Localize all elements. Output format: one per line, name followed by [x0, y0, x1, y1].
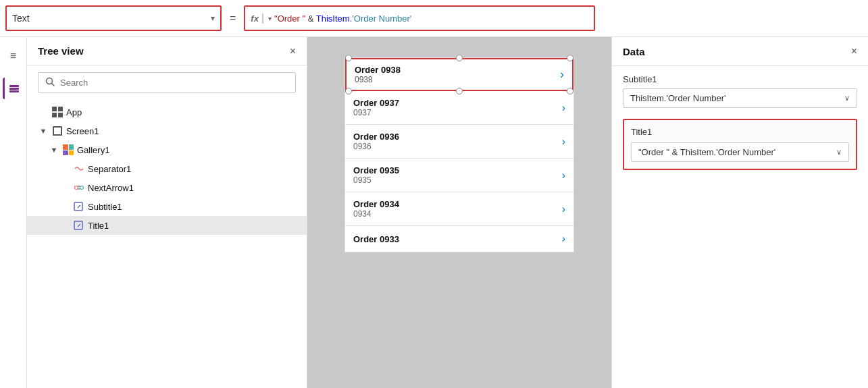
data-section: Subtitle1 ThisItem.'Order Number' ∨ Titl… [612, 66, 868, 178]
svg-rect-1 [9, 88, 19, 90]
selected-item-subtitle: 0938 [355, 75, 560, 84]
svg-rect-2 [9, 90, 19, 92]
gallery-item-0937[interactable]: Order 0937 0937 › [345, 91, 573, 125]
handle-tl [345, 55, 352, 61]
canvas-area: Order 0938 0938 › Order 0937 0937 › Orde… [307, 37, 611, 388]
fx-bar-separator: | [261, 12, 264, 24]
gallery-item-0933[interactable]: Order 0933 › [345, 226, 573, 252]
item-0934-text: Order 0934 0934 [353, 199, 399, 219]
fx-icon: fx [251, 13, 259, 24]
item-0933-chevron-icon: › [560, 233, 567, 246]
nextarrow-icon [73, 182, 85, 194]
gallery-item-0936[interactable]: Order 0936 0936 › [345, 125, 573, 159]
tree-item-nextarrow1[interactable]: NextArrow1 [27, 178, 307, 197]
text-dropdown-label: Text [12, 13, 30, 24]
search-box[interactable] [38, 72, 296, 93]
item-0935-chevron-icon: › [562, 169, 565, 182]
item-0936-text: Order 0936 0936 [353, 132, 399, 151]
tree-item-screen1[interactable]: ▼ Screen1 [27, 121, 307, 140]
item-0935-text: Order 0935 0935 [353, 165, 399, 185]
tree-item-gallery1[interactable]: ▼ Gallery1 [27, 140, 307, 159]
title1-field-highlighted: Title1 "Order " & ThisItem.'Order Number… [623, 119, 857, 170]
search-icon [45, 77, 55, 88]
subtitle1-dropdown[interactable]: ThisItem.'Order Number' ∨ [623, 88, 857, 108]
tree-item-subtitle1[interactable]: Subtitle1 [27, 197, 307, 216]
left-icon-strip: ≡ [0, 37, 27, 388]
text-property-dropdown[interactable]: Text ▾ [5, 5, 222, 31]
tree-label-gallery1: Gallery1 [77, 145, 109, 155]
item-0935-subtitle: 0935 [353, 175, 399, 185]
tree-item-title1[interactable]: Title1 [27, 216, 307, 235]
item-0937-title: Order 0937 [353, 98, 399, 108]
svg-rect-0 [9, 85, 19, 87]
tree-label-nextarrow1: NextArrow1 [88, 183, 134, 193]
tree-label-title1: Title1 [88, 221, 109, 231]
selected-item-chevron-icon: › [560, 67, 564, 82]
data-panel: Data × Subtitle1 ThisItem.'Order Number'… [611, 37, 868, 388]
item-0934-subtitle: 0934 [353, 209, 399, 219]
item-0934-title: Order 0934 [353, 199, 399, 209]
subtitle1-field-label: Subtitle1 [623, 74, 857, 84]
item-0937-subtitle: 0937 [353, 108, 399, 117]
title1-dropdown[interactable]: "Order " & ThisItem.'Order Number' ∨ [631, 142, 849, 162]
svg-line-4 [52, 84, 55, 86]
tree-list: App ▼ Screen1 ▼ Gallery1 [27, 100, 307, 388]
main-area: ≡ Tree view × [0, 37, 868, 388]
item-0935-title: Order 0935 [353, 165, 399, 175]
equals-sign: = [227, 12, 238, 24]
layers-icon[interactable] [3, 78, 24, 99]
item-0936-chevron-icon: › [562, 136, 565, 148]
item-0936-subtitle: 0936 [353, 142, 399, 151]
formula-bar[interactable]: fx | ▾ "Order " & ThisItem.'Order Number… [244, 5, 595, 31]
gallery-item-selected[interactable]: Order 0938 0938 › [345, 58, 573, 91]
svg-point-6 [80, 186, 84, 190]
separator-icon [73, 163, 85, 175]
tree-label-screen1: Screen1 [66, 126, 99, 136]
top-bar: Text ▾ = fx | ▾ "Order " & ThisItem.'Ord… [0, 0, 868, 37]
selected-item-title: Order 0938 [355, 65, 560, 75]
tree-item-app[interactable]: App [27, 103, 307, 121]
item-0936-title: Order 0936 [353, 132, 399, 142]
gallery-preview: Order 0938 0938 › Order 0937 0937 › Orde… [344, 57, 574, 252]
tree-label-subtitle1: Subtitle1 [88, 202, 122, 212]
tree-arrow-gallery1: ▼ [49, 146, 59, 154]
subtitle1-dropdown-value: ThisItem.'Order Number' [630, 93, 726, 103]
selected-item-content: Order 0938 0938 [355, 65, 560, 84]
subtitle1-dropdown-chevron-icon: ∨ [844, 94, 850, 103]
title1-dropdown-value: "Order " & ThisItem.'Order Number' [638, 147, 775, 157]
subtitle-edit-icon [73, 200, 85, 213]
handle-tr [567, 55, 573, 61]
sidebar-title: Tree view [38, 45, 84, 57]
dropdown-chevron-icon: ▾ [211, 13, 215, 23]
tree-label-app: App [66, 107, 82, 117]
svg-point-5 [75, 186, 78, 190]
title1-dropdown-chevron-icon: ∨ [836, 148, 842, 157]
search-input[interactable] [60, 78, 288, 88]
fx-chevron-icon: ▾ [268, 15, 272, 22]
sidebar-header: Tree view × [27, 37, 307, 65]
hamburger-menu-icon[interactable]: ≡ [3, 45, 24, 67]
item-0933-title: Order 0933 [353, 234, 399, 244]
formula-text: "Order " & ThisItem.'Order Number' [274, 13, 411, 24]
item-0933-text: Order 0933 [353, 234, 399, 244]
handle-tm [456, 55, 463, 61]
tree-view-panel: Tree view × App [27, 37, 307, 388]
data-panel-title: Data [623, 46, 645, 57]
data-panel-header: Data × [612, 37, 868, 66]
data-panel-close-button[interactable]: × [851, 45, 857, 57]
item-0934-chevron-icon: › [562, 203, 565, 215]
tree-arrow-screen1: ▼ [38, 127, 49, 135]
app-icon [51, 106, 63, 118]
screen-icon [51, 125, 63, 137]
title1-field-label: Title1 [631, 127, 849, 137]
title-edit-icon [73, 219, 85, 231]
item-0937-chevron-icon: › [562, 102, 565, 114]
tree-item-separator1[interactable]: Separator1 [27, 159, 307, 178]
gallery-item-0935[interactable]: Order 0935 0935 › [345, 159, 573, 192]
tree-label-separator1: Separator1 [88, 164, 131, 174]
gallery-icon [62, 144, 74, 156]
gallery-item-0934[interactable]: Order 0934 0934 › [345, 192, 573, 226]
sidebar-close-button[interactable]: × [290, 46, 296, 57]
item-0937-text: Order 0937 0937 [353, 98, 399, 117]
